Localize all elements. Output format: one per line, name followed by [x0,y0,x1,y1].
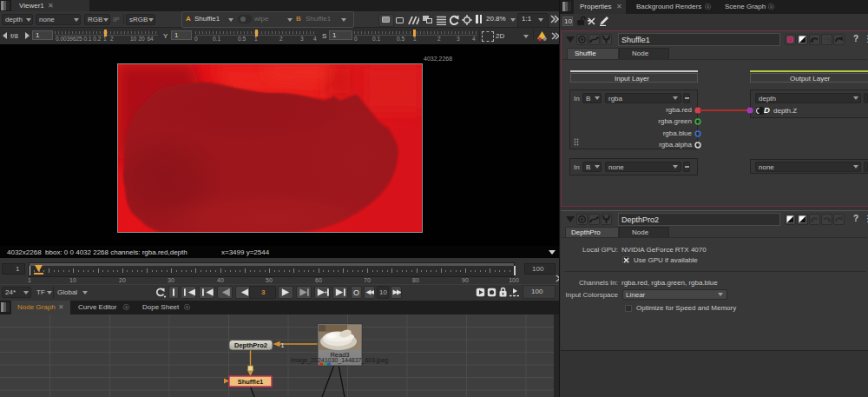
svg-text:Shuffle1: Shuffle1 [238,378,264,386]
svg-text:Image_20241030_144837_603.jpeg: Image_20241030_144837_603.jpeg [291,357,389,364]
svg-text:1: 1 [281,342,285,348]
svg-text:O: O [353,288,359,297]
svg-text:DepthPro2: DepthPro2 [234,341,267,349]
